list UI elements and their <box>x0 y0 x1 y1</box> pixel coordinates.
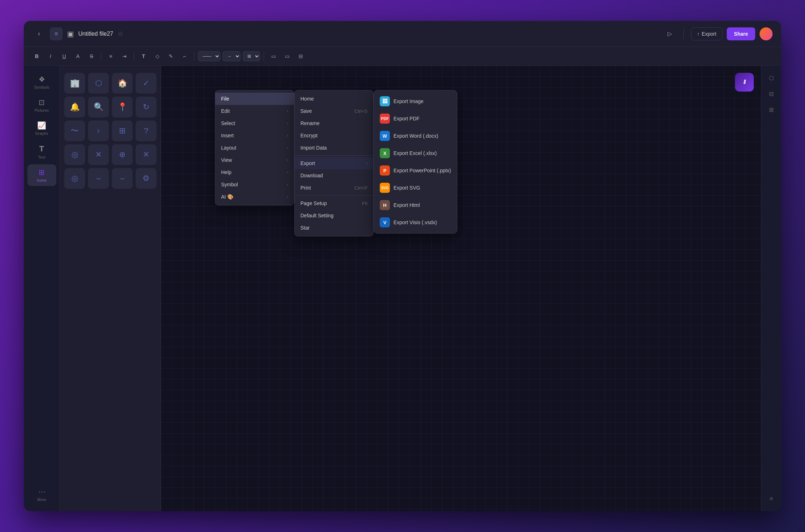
export-html-item[interactable]: H Export Html <box>374 196 457 214</box>
align-button[interactable]: ≡ <box>105 50 116 62</box>
icon-cell[interactable]: ⊞ <box>112 120 133 141</box>
export-excel-icon: X <box>380 148 390 158</box>
export-pdf-item[interactable]: PDF Export PDF <box>374 110 457 127</box>
menu-item-select[interactable]: Select › <box>215 117 294 129</box>
connector-button[interactable]: ⌐ <box>179 50 190 62</box>
export-visio-item[interactable]: V Export Visio (.vsdx) <box>374 214 457 231</box>
graphs-label: Graphs <box>35 131 48 136</box>
export-svg-icon: SVG <box>380 183 390 193</box>
submenu-item-page-setup[interactable]: Page Setup F6 <box>295 197 373 209</box>
submenu-item-star[interactable]: Star <box>295 222 373 234</box>
sidebar-item-text[interactable]: T Text <box>27 141 56 163</box>
menu-item-help[interactable]: Help › <box>215 166 294 178</box>
icon-cell[interactable]: › <box>88 120 109 141</box>
arrow-style-select[interactable]: → <box>223 51 241 61</box>
submenu-item-encrypt[interactable]: Encrypt <box>295 129 373 142</box>
app-window: ‹ ≡ ▣ Untitled file27 ☆ ▷ ↑ Export Share… <box>24 21 781 511</box>
right-action-3[interactable]: ⊞ <box>765 103 778 116</box>
icon-cell[interactable]: ⚙ <box>136 168 157 189</box>
line-style-select[interactable]: —— <box>198 51 220 61</box>
icon-cell[interactable]: ◎ <box>64 144 85 165</box>
submenu-item-import-data[interactable]: Import Data <box>295 142 373 154</box>
sidebar-item-more[interactable]: ⋯ More <box>27 484 56 505</box>
arrow-icon: › <box>287 145 288 150</box>
icon-cell[interactable]: ⬡ <box>88 73 109 94</box>
user-avatar[interactable] <box>760 27 773 40</box>
icon-cell[interactable]: 🏢 <box>64 73 85 94</box>
arrow-icon: › <box>287 121 288 126</box>
export-html-icon: H <box>380 200 390 210</box>
submenu-item-home[interactable]: Home <box>295 93 373 105</box>
icon-cell[interactable]: ✓ <box>136 73 157 94</box>
text-button[interactable]: T <box>138 50 149 62</box>
icon-cell[interactable]: ✕ <box>88 144 109 165</box>
strikethrough-button[interactable]: S <box>86 50 97 62</box>
export-button[interactable]: ↑ Export <box>691 27 722 40</box>
export-icon: ↑ <box>697 31 700 37</box>
font-color-button[interactable]: A <box>72 50 84 62</box>
export-ppt-item[interactable]: P Export PowerPoint (.pptx) <box>374 162 457 179</box>
submenu-item-download[interactable]: Download <box>295 169 373 182</box>
more-icon: ⋯ <box>38 487 45 496</box>
arrow-icon: › <box>287 182 288 187</box>
eraser-button[interactable]: ✎ <box>165 50 177 62</box>
sidebar-item-pictures[interactable]: ⊡ Pictures <box>27 94 56 116</box>
sidebar-item-graphs[interactable]: 📈 Graphs <box>27 118 56 139</box>
shortcut-label: F6 <box>362 201 368 206</box>
hamburger-menu-button[interactable]: ≡ <box>50 27 63 40</box>
right-action-1[interactable]: ⬡ <box>765 71 778 84</box>
right-action-bottom[interactable]: ≡ <box>765 492 778 505</box>
icon-cell[interactable]: ? <box>136 120 157 141</box>
back-button[interactable]: ‹ <box>32 27 45 40</box>
menu-icon: ≡ <box>54 31 58 37</box>
icons-grid: 🏢 ⬡ 🏠 ✓ 🔔 🔍 📍 ↻ 〜 › ⊞ ? ◎ ✕ ⊕ ✕ <box>60 68 160 193</box>
menu-item-file[interactable]: File <box>215 93 294 105</box>
sidebar-item-symbols[interactable]: ❖ Symbols <box>27 71 56 93</box>
grid-select[interactable]: ⊞ <box>243 51 260 61</box>
icon-cell[interactable]: ✕ <box>136 144 157 165</box>
distribute-button[interactable]: ⊟ <box>295 50 307 62</box>
menu-item-symbol[interactable]: Symbol › <box>215 178 294 191</box>
underline-button[interactable]: U <box>58 50 70 62</box>
menu-item-insert[interactable]: Insert › <box>215 129 294 142</box>
star-icon[interactable]: ☆ <box>118 30 123 38</box>
icon-cell[interactable]: ⊕ <box>112 144 133 165</box>
menu-item-view[interactable]: View › <box>215 154 294 166</box>
export-excel-item[interactable]: X Export Excel (.xlsx) <box>374 145 457 162</box>
right-sidebar: ⬡ ⊟ ⊞ ≡ <box>761 66 781 511</box>
icon-cell[interactable]: ◎ <box>64 168 85 189</box>
submenu-item-print[interactable]: Print Ctrl+P <box>295 182 373 194</box>
icon-cell[interactable]: 🏠 <box>112 73 133 94</box>
icons-label: Icons <box>37 178 46 182</box>
indent-button[interactable]: ⇥ <box>119 50 130 62</box>
play-button[interactable]: ▷ <box>663 27 676 40</box>
icon-cell[interactable]: ↻ <box>136 97 157 118</box>
submenu-item-default-setting[interactable]: Default Setting <box>295 209 373 222</box>
icon-cell[interactable]: 🔔 <box>64 97 85 118</box>
sidebar-item-icons[interactable]: ⊞ Icons <box>27 164 56 186</box>
right-action-2[interactable]: ⊟ <box>765 87 778 100</box>
icon-cell[interactable]: 📍 <box>112 97 133 118</box>
italic-button[interactable]: I <box>45 50 56 62</box>
export-word-item[interactable]: W Export Word (.docx) <box>374 127 457 145</box>
icon-cell[interactable]: – <box>88 168 109 189</box>
export-svg-item[interactable]: SVG Export SVG <box>374 179 457 196</box>
icon-cell[interactable]: 🔍 <box>88 97 109 118</box>
export-image-item[interactable]: 🖼 Export Image <box>374 93 457 110</box>
menu-item-edit[interactable]: Edit › <box>215 105 294 117</box>
icon-cell[interactable]: – <box>112 168 133 189</box>
submenu-item-rename[interactable]: Rename <box>295 117 373 129</box>
menu-item-ai[interactable]: AI 🎨 › <box>215 191 294 203</box>
submenu-item-save[interactable]: Save Ctrl+S <box>295 105 373 117</box>
file-toplevel-menu: File Edit › Select › Insert › <box>215 90 294 205</box>
bold-button[interactable]: B <box>31 50 43 62</box>
menu-item-layout[interactable]: Layout › <box>215 142 294 154</box>
shape-button[interactable]: ◇ <box>151 50 163 62</box>
submenu-item-export[interactable]: Export › <box>295 157 373 169</box>
rect2-button[interactable]: ▭ <box>281 50 293 62</box>
menu-overlay: File Edit › Select › Insert › <box>161 66 761 511</box>
icon-cell[interactable]: 〜 <box>64 120 85 141</box>
more-label: More <box>37 497 46 502</box>
share-button[interactable]: Share <box>727 27 755 40</box>
rect1-button[interactable]: ▭ <box>268 50 279 62</box>
